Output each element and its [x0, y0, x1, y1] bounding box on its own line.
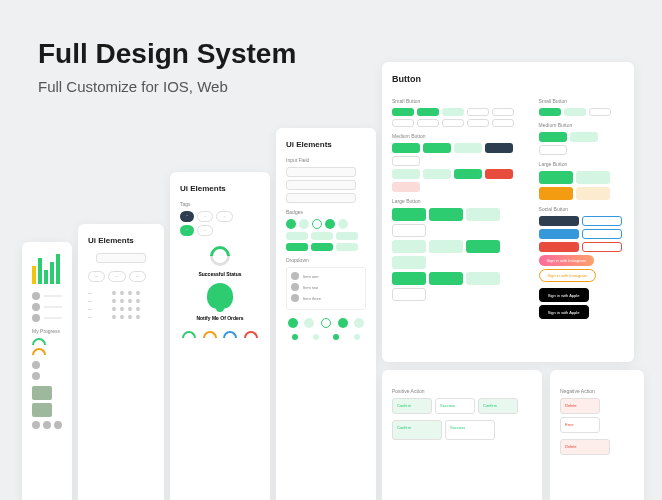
large-button[interactable]: [576, 171, 610, 184]
large-button[interactable]: [539, 171, 573, 184]
small-button[interactable]: [492, 108, 514, 116]
action-card[interactable]: Confirm: [478, 398, 518, 414]
dropdown-option[interactable]: Item two: [291, 283, 361, 291]
medium-button[interactable]: [423, 143, 451, 153]
apple-button[interactable]: Sign in with Apple: [539, 288, 589, 302]
large-button[interactable]: [392, 240, 426, 253]
action-card[interactable]: Success: [445, 420, 495, 440]
large-button[interactable]: [429, 272, 463, 285]
toggle-dot[interactable]: [354, 334, 360, 340]
small-button[interactable]: [467, 108, 489, 116]
google-button[interactable]: [539, 216, 579, 226]
chip[interactable]: ···: [88, 271, 105, 282]
apple-button[interactable]: Sign in with Apple: [539, 305, 589, 319]
small-button[interactable]: [442, 108, 464, 116]
google-button-outline[interactable]: [582, 216, 622, 226]
text-input[interactable]: [286, 180, 356, 190]
toggle-dot[interactable]: [292, 334, 298, 340]
large-button[interactable]: [539, 187, 573, 200]
toggle-dot[interactable]: [313, 334, 319, 340]
pill-button[interactable]: [286, 243, 308, 251]
social-button[interactable]: [539, 242, 579, 252]
pill-button[interactable]: [311, 232, 333, 240]
large-button[interactable]: [392, 272, 426, 285]
medium-button[interactable]: [392, 169, 420, 179]
medium-button[interactable]: [423, 169, 451, 179]
badge: [338, 219, 348, 229]
pill-button[interactable]: [311, 243, 333, 251]
small-button[interactable]: [467, 119, 489, 127]
large-button[interactable]: [429, 208, 463, 221]
action-card[interactable]: Delete: [560, 439, 610, 455]
dropdown-option[interactable]: Item one: [291, 272, 361, 280]
small-button[interactable]: [417, 108, 439, 116]
list-item[interactable]: [32, 314, 62, 322]
small-button[interactable]: [492, 119, 514, 127]
pill-button[interactable]: [336, 232, 358, 240]
list-item[interactable]: [32, 303, 62, 311]
large-button[interactable]: [429, 240, 463, 253]
facebook-button[interactable]: [539, 229, 579, 239]
circle-button[interactable]: [304, 318, 314, 328]
chip[interactable]: ···: [129, 271, 146, 282]
circle-button[interactable]: [321, 318, 331, 328]
small-button[interactable]: [442, 119, 464, 127]
large-button[interactable]: [466, 240, 500, 253]
large-button[interactable]: [392, 208, 426, 221]
thumbnail[interactable]: [32, 403, 52, 417]
thumbnail[interactable]: [32, 386, 52, 400]
medium-button[interactable]: [570, 132, 598, 142]
small-button[interactable]: [417, 119, 439, 127]
circle-button[interactable]: [354, 318, 364, 328]
large-button[interactable]: [392, 256, 426, 269]
medium-button[interactable]: [392, 156, 420, 166]
large-button[interactable]: [466, 208, 500, 221]
action-card[interactable]: Confirm: [392, 398, 432, 414]
notify-label: Notify Me Of Orders: [180, 315, 260, 321]
instagram-button-outline[interactable]: Sign in with Instagram: [539, 269, 596, 282]
table-row: —: [88, 314, 154, 319]
medium-button[interactable]: [392, 143, 420, 153]
action-card[interactable]: Error: [560, 417, 600, 433]
facebook-button-outline[interactable]: [582, 229, 622, 239]
chip[interactable]: ···: [108, 271, 125, 282]
pill-button[interactable]: [286, 232, 308, 240]
tag-chip[interactable]: ··: [197, 211, 213, 222]
medium-button[interactable]: [454, 143, 482, 153]
action-card[interactable]: Confirm: [392, 420, 442, 440]
list-item[interactable]: [32, 292, 62, 300]
instagram-button[interactable]: Sign in with Instagram: [539, 255, 594, 266]
social-button-outline[interactable]: [582, 242, 622, 252]
dropdown-option[interactable]: Item three: [291, 294, 361, 302]
medium-button[interactable]: [485, 143, 513, 153]
tag-chip[interactable]: ··: [180, 225, 194, 236]
small-button[interactable]: [539, 108, 561, 116]
medium-button[interactable]: [454, 169, 482, 179]
circle-button[interactable]: [338, 318, 348, 328]
medium-button[interactable]: [392, 182, 420, 192]
small-button[interactable]: [589, 108, 611, 116]
small-button[interactable]: [392, 119, 414, 127]
pill-button[interactable]: [336, 243, 358, 251]
medium-button[interactable]: [539, 145, 567, 155]
tag-chip[interactable]: ··: [216, 211, 232, 222]
action-card[interactable]: Success: [435, 398, 475, 414]
tag-chip[interactable]: ··: [197, 225, 213, 236]
medium-button[interactable]: [485, 169, 513, 179]
small-button[interactable]: [392, 108, 414, 116]
small-button[interactable]: [564, 108, 586, 116]
text-input[interactable]: [286, 193, 356, 203]
large-button[interactable]: [466, 272, 500, 285]
panel-buttons: Button Small Button Medium Button: [382, 62, 634, 362]
large-button[interactable]: [392, 224, 426, 237]
large-button[interactable]: [576, 187, 610, 200]
tag-chip[interactable]: ··: [180, 211, 194, 222]
medium-button[interactable]: [539, 132, 567, 142]
circle-button[interactable]: [288, 318, 298, 328]
large-button[interactable]: [392, 288, 426, 301]
toggle-dot[interactable]: [333, 334, 339, 340]
action-card[interactable]: Delete: [560, 398, 600, 414]
panel-charts: My Progress: [22, 242, 72, 500]
text-input[interactable]: [286, 167, 356, 177]
select-control[interactable]: [96, 253, 146, 263]
